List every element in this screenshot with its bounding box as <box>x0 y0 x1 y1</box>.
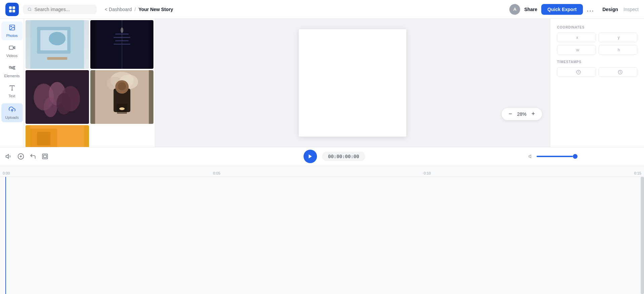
header-right: A Share Quick Export ... Design Inspect <box>509 4 639 15</box>
coord-w-field[interactable]: 0 w <box>557 45 596 55</box>
canvas-area: − 28% + <box>155 19 550 147</box>
clock-icon-start <box>576 70 581 75</box>
svg-point-10 <box>11 67 13 69</box>
breadcrumb-current: Your New Story <box>138 7 173 12</box>
svg-rect-24 <box>113 37 130 38</box>
sidebar-item-photos[interactable]: Photos <box>1 21 23 40</box>
tab-inspect[interactable]: Inspect <box>624 7 639 12</box>
right-panel: COORDINATES 0 x 0 y 0 w 0 h TIMESTAMPS 0 <box>550 19 644 147</box>
search-bar <box>23 5 97 14</box>
coord-x-field[interactable]: 0 x <box>557 33 596 42</box>
svg-rect-52 <box>43 154 48 159</box>
media-thumb-2[interactable] <box>90 20 154 69</box>
svg-rect-0 <box>9 6 12 9</box>
media-thumb-1[interactable] <box>26 20 89 69</box>
design-inspect-tabs: Design Inspect <box>598 7 639 12</box>
coord-h-label: h <box>618 48 620 52</box>
left-sidebar: Photos Videos Elements <box>0 19 24 147</box>
timestamp-start-field[interactable]: 0 <box>557 67 596 77</box>
timeline-content[interactable] <box>0 177 644 294</box>
sidebar-item-videos[interactable]: Videos <box>1 42 23 60</box>
sidebar-elements-label: Elements <box>4 74 20 78</box>
text-icon <box>9 85 15 93</box>
svg-point-4 <box>28 8 31 10</box>
timestamp-end-field[interactable]: 0 <box>599 67 638 77</box>
videos-icon <box>9 44 15 52</box>
svg-rect-11 <box>9 66 11 68</box>
svg-point-27 <box>121 28 123 33</box>
search-icon <box>28 7 32 12</box>
timecode-display: 00:00:00:00 <box>322 152 365 161</box>
avatar: A <box>509 4 520 15</box>
svg-marker-12 <box>13 66 15 69</box>
svg-line-5 <box>31 10 31 11</box>
svg-rect-20 <box>47 57 67 60</box>
zoom-out-button[interactable]: − <box>506 110 514 118</box>
clock-icon-end <box>618 70 623 75</box>
volume-low-icon <box>528 154 534 159</box>
header: < Dashboard / Your New Story A Share Qui… <box>0 0 644 19</box>
svg-point-40 <box>118 82 126 90</box>
coord-y-field[interactable]: 0 y <box>599 33 638 42</box>
ruler-mark-3: 0:15 <box>634 171 641 175</box>
sidebar-uploads-label: Uploads <box>5 115 18 119</box>
send-back-button[interactable] <box>30 153 36 160</box>
media-thumb-5[interactable] <box>26 125 89 147</box>
tab-design[interactable]: Design <box>602 7 618 12</box>
play-button[interactable] <box>304 150 317 163</box>
more-options-button[interactable]: ... <box>587 5 595 13</box>
svg-rect-3 <box>12 10 15 12</box>
search-input[interactable] <box>35 7 92 12</box>
media-thumb-3[interactable] <box>26 70 89 124</box>
ruler-mark-1: 0:05 <box>213 171 220 175</box>
svg-marker-54 <box>309 154 312 158</box>
svg-point-7 <box>10 26 11 27</box>
ruler-marks: 0:00 0:05 0:10 0:15 <box>0 171 644 175</box>
sidebar-text-label: Text <box>8 94 15 98</box>
svg-rect-25 <box>115 40 129 41</box>
svg-rect-2 <box>9 10 12 12</box>
media-thumb-4[interactable] <box>90 70 154 124</box>
coord-x-input[interactable]: 0 <box>561 35 574 40</box>
volume-slider[interactable] <box>537 156 577 157</box>
breadcrumb-separator: / <box>135 7 136 12</box>
canvas-frame <box>299 29 406 137</box>
timestamp-start-input[interactable]: 0 <box>561 69 574 75</box>
svg-point-42 <box>119 107 125 110</box>
layout-button[interactable] <box>42 153 48 160</box>
coord-w-label: w <box>576 48 579 52</box>
coord-h-field[interactable]: 0 h <box>599 45 638 55</box>
svg-rect-26 <box>113 44 130 45</box>
coord-w-input[interactable]: 0 <box>561 47 574 52</box>
zoom-controls: − 28% + <box>502 108 542 120</box>
timestamps-section-title: TIMESTAMPS <box>557 60 637 64</box>
timestamps-grid: 0 0 <box>557 67 637 77</box>
timeline-scrollbar[interactable] <box>641 177 644 294</box>
zoom-label: 28% <box>517 111 526 117</box>
coordinates-grid: 0 x 0 y 0 w 0 h <box>557 33 637 55</box>
coord-h-input[interactable]: 0 <box>602 47 616 52</box>
zoom-in-button[interactable]: + <box>529 110 537 118</box>
breadcrumb-back[interactable]: < Dashboard <box>105 7 132 12</box>
sidebar-photos-label: Photos <box>6 34 17 38</box>
timestamp-end-input[interactable]: 0 <box>602 69 616 75</box>
sidebar-item-text[interactable]: Text <box>1 82 23 101</box>
svg-rect-1 <box>12 6 15 9</box>
svg-point-32 <box>44 97 57 117</box>
volume-thumb[interactable] <box>573 154 578 159</box>
media-panel <box>24 19 155 147</box>
logo-button[interactable] <box>5 3 19 16</box>
quick-export-button[interactable]: Quick Export <box>541 4 583 15</box>
sidebar-item-uploads[interactable]: Uploads <box>1 103 23 122</box>
svg-point-19 <box>49 32 65 45</box>
volume-button[interactable] <box>5 153 12 160</box>
timeline-cursor <box>5 177 6 294</box>
svg-point-33 <box>56 93 71 114</box>
coord-y-input[interactable]: 0 <box>602 35 616 40</box>
timeline-area: 0:00 0:05 0:10 0:15 <box>0 166 644 294</box>
add-element-button[interactable] <box>17 153 24 160</box>
media-grid <box>24 19 155 147</box>
sidebar-item-elements[interactable]: Elements <box>1 62 23 81</box>
share-button[interactable]: Share <box>524 7 537 12</box>
playback-controls: 00:00:00:00 <box>0 147 644 166</box>
